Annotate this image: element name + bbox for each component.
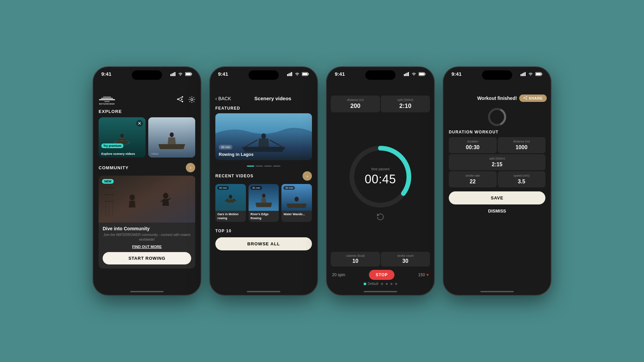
stroke-rate-label: stroke rate bbox=[453, 174, 493, 177]
phone-1-screen: 9:41 bbox=[93, 67, 201, 295]
stroke-rate-box: stroke rate 22 bbox=[449, 171, 497, 187]
svg-rect-2 bbox=[173, 73, 174, 76]
back-button[interactable]: ‹ BACK bbox=[215, 96, 231, 101]
phone-1-content: WATERROWER bbox=[93, 78, 201, 288]
svg-rect-64 bbox=[525, 72, 526, 76]
page-indicators: Default bbox=[327, 282, 434, 288]
dynamic-island-3 bbox=[365, 70, 395, 80]
stats-grid: duration 00:30 distance (m) 1000 split (… bbox=[443, 137, 551, 187]
status-time-2: 9:41 bbox=[218, 71, 228, 77]
video-thumb-2: 30 min bbox=[249, 184, 279, 211]
share-button[interactable]: SHARE bbox=[519, 95, 547, 102]
save-button[interactable]: SAVE bbox=[449, 191, 545, 204]
start-rowing-button[interactable]: START ROWING bbox=[103, 252, 191, 264]
dynamic-island-4 bbox=[482, 70, 512, 80]
svg-point-26 bbox=[163, 193, 168, 199]
split-wide-box: split (500m) 2:15 bbox=[449, 154, 545, 170]
svg-rect-52 bbox=[405, 73, 406, 76]
distance-label: distance (m) bbox=[334, 98, 377, 102]
spm-value: 20 spm bbox=[332, 273, 345, 277]
signal-icon bbox=[170, 72, 176, 76]
status-time-4: 9:41 bbox=[451, 71, 462, 77]
community-card: NEW Dive into Community Join the WATERRO… bbox=[99, 176, 195, 268]
speed-label: speed (m/s) bbox=[502, 174, 542, 177]
svg-rect-35 bbox=[288, 73, 289, 76]
dynamic-island-1 bbox=[132, 70, 162, 80]
top10-label: TOP 10 bbox=[210, 227, 317, 236]
share-label: SHARE bbox=[529, 96, 543, 100]
wifi-icon-2 bbox=[294, 72, 300, 76]
refresh-icon[interactable] bbox=[376, 213, 384, 223]
signal-icon-3 bbox=[404, 72, 409, 76]
svg-rect-61 bbox=[521, 74, 522, 76]
signal-icon-4 bbox=[521, 72, 526, 76]
distance-m-label: distance (m) bbox=[502, 140, 542, 143]
community-arrow[interactable]: › bbox=[186, 163, 195, 172]
explore-card-1[interactable]: Try premium Explore scenery videos ✕ bbox=[99, 117, 146, 158]
distance-box: distance (m) 200 bbox=[331, 96, 380, 112]
featured-duration: 30 min bbox=[219, 145, 232, 149]
phones-container: 9:41 bbox=[80, 54, 564, 308]
svg-rect-6 bbox=[192, 73, 192, 75]
svg-rect-7 bbox=[186, 73, 191, 75]
video-card-1[interactable]: 30 min Oars in Motion rowing bbox=[215, 184, 246, 222]
dynamic-island-2 bbox=[249, 70, 279, 80]
share-icon[interactable] bbox=[176, 96, 184, 105]
svg-point-24 bbox=[170, 132, 174, 137]
wifi-icon-4 bbox=[528, 72, 533, 76]
speed-value: 3.5 bbox=[502, 179, 542, 185]
duration-label-box: duration bbox=[453, 140, 493, 143]
status-icons-2 bbox=[287, 72, 309, 76]
try-premium-badge: Try premium bbox=[101, 143, 123, 148]
wifi-icon-3 bbox=[411, 72, 417, 76]
browse-all-button[interactable]: BROWSE ALL bbox=[215, 237, 312, 250]
svg-point-38 bbox=[297, 75, 298, 76]
svg-rect-41 bbox=[303, 73, 308, 75]
svg-rect-11 bbox=[104, 101, 110, 102]
home-bar-4 bbox=[480, 291, 514, 292]
stop-button[interactable]: STOP bbox=[369, 270, 394, 280]
recent-arrow[interactable]: › bbox=[303, 171, 312, 181]
home-indicator-4 bbox=[443, 288, 551, 295]
video-3-duration: 30 min bbox=[283, 186, 295, 190]
svg-rect-62 bbox=[522, 73, 523, 76]
dismiss-button[interactable]: DISMISS bbox=[443, 206, 551, 216]
featured-video[interactable]: 30 min Rowing in Lagos bbox=[215, 113, 312, 160]
svg-rect-34 bbox=[287, 74, 288, 76]
timer-inner: time passed 00:45 bbox=[365, 167, 396, 186]
p1-header: WATERROWER bbox=[93, 93, 201, 109]
split-wide-label: split (500m) bbox=[453, 157, 541, 160]
community-content: Dive into Community Join the WATERROWER … bbox=[99, 223, 195, 268]
status-icons-4 bbox=[521, 72, 543, 76]
svg-rect-57 bbox=[425, 73, 426, 75]
community-image: NEW bbox=[99, 176, 195, 223]
explore-card-2[interactable]: Video bbox=[148, 117, 195, 158]
workout-finished-title: Workout finished! bbox=[477, 96, 517, 101]
video-card-2[interactable]: 30 min River's Edge Rowing bbox=[249, 184, 279, 222]
control-row: 20 spm STOP 150 ♥ bbox=[327, 267, 434, 282]
phone-4-screen: 9:41 Workout finished! SHARE bbox=[443, 67, 551, 295]
svg-point-19 bbox=[191, 99, 193, 101]
duration-workout-label: DURATION WORKOUT bbox=[443, 130, 551, 137]
community-label: COMMUNITY bbox=[99, 165, 129, 170]
time-passed-label: time passed bbox=[365, 167, 396, 171]
stats-row-3: stroke rate 22 speed (m/s) 3.5 bbox=[449, 171, 545, 187]
community-desc: Join the WATERROWER community - connect … bbox=[103, 233, 191, 242]
svg-rect-1 bbox=[172, 73, 173, 76]
community-header: COMMUNITY › bbox=[93, 163, 201, 176]
status-time-1: 9:41 bbox=[101, 71, 111, 77]
stats-row-2: split (500m) 2:15 bbox=[449, 154, 545, 170]
bottom-stats: calories (kcal) 10 stroke count 30 bbox=[327, 252, 434, 267]
svg-rect-10 bbox=[103, 97, 111, 98]
close-explore-card[interactable]: ✕ bbox=[136, 120, 143, 127]
settings-icon[interactable] bbox=[189, 96, 195, 105]
calories-value: 10 bbox=[334, 258, 377, 264]
svg-rect-37 bbox=[291, 72, 292, 76]
find-out-more-link[interactable]: FIND OUT MORE bbox=[103, 245, 191, 249]
video-card-3[interactable]: 30 min Water Wande... bbox=[281, 184, 312, 222]
svg-rect-63 bbox=[523, 73, 524, 76]
phone-3-content: distance (m) 200 split (500m) 2:10 bbox=[327, 78, 434, 288]
battery-icon-2 bbox=[302, 72, 309, 76]
svg-rect-58 bbox=[419, 73, 424, 75]
split-wide-value: 2:15 bbox=[453, 162, 541, 168]
